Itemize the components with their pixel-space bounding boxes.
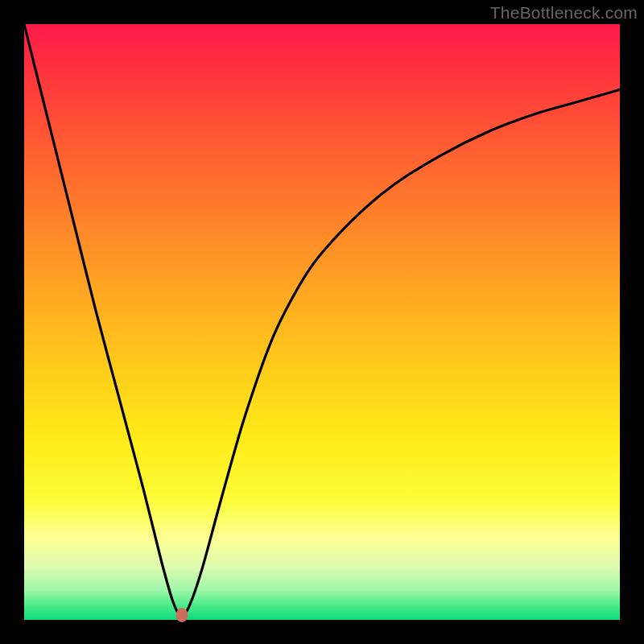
chart-frame: TheBottleneck.com	[0, 0, 644, 644]
plot-area	[24, 24, 620, 620]
curve-path	[24, 24, 620, 617]
minimum-marker	[176, 608, 188, 622]
watermark-text: TheBottleneck.com	[490, 3, 638, 23]
bottleneck-curve	[24, 24, 620, 620]
